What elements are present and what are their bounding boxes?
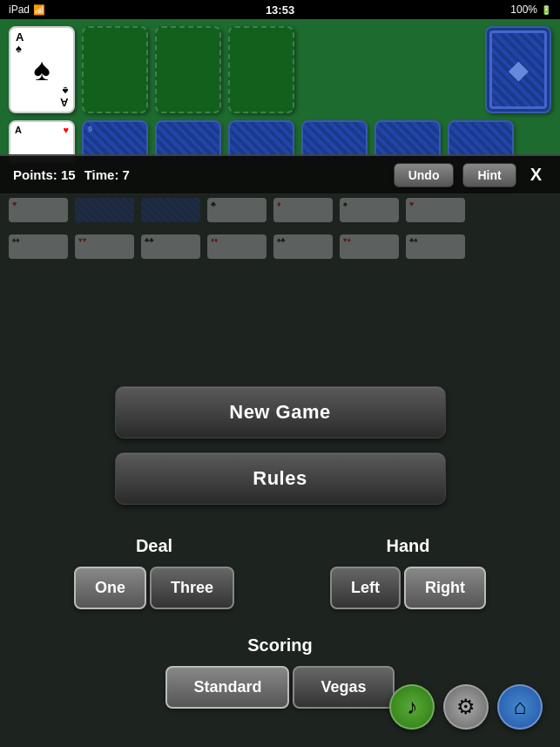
card-corner-tl: A ♠ bbox=[16, 31, 24, 54]
deck-card[interactable]: ◆ bbox=[485, 26, 551, 113]
rules-button[interactable]: Rules bbox=[115, 452, 446, 505]
behind-card-4: ♣ bbox=[207, 198, 267, 222]
battery-label: 100% bbox=[510, 3, 537, 16]
mini-heart: ♥ bbox=[63, 125, 69, 135]
ace-of-spades-card[interactable]: A ♠ ♠ A ♠ bbox=[9, 26, 75, 113]
card-back-inner: ◆ bbox=[489, 31, 547, 109]
behind-card-7: ♥ bbox=[406, 198, 465, 222]
status-right: 100% 🔋 bbox=[510, 3, 551, 16]
settings-icon: ⚙ bbox=[456, 695, 476, 719]
diamond-icon: ◆ bbox=[509, 56, 528, 85]
top-cards-row: A ♠ ♠ A ♠ ◆ bbox=[0, 19, 560, 120]
battery-icon: 🔋 bbox=[541, 5, 551, 15]
hint-button[interactable]: Hint bbox=[462, 163, 516, 187]
points-label: Points: 15 bbox=[13, 167, 76, 182]
scoring-buttons: Standard Vegas bbox=[165, 666, 394, 709]
behind-card-3 bbox=[141, 198, 200, 222]
music-icon: ♪ bbox=[407, 695, 417, 719]
behind-card-1: ♥ bbox=[9, 198, 68, 222]
empty-slot-3[interactable] bbox=[228, 26, 294, 113]
bottom-icons: ♪ ⚙ ⌂ bbox=[389, 684, 543, 730]
behind-card-9: ♥♥ bbox=[75, 234, 134, 259]
deal-group: Deal One Three bbox=[74, 536, 234, 609]
behind-card-8: ♠♠ bbox=[9, 234, 68, 259]
deal-label: Deal bbox=[136, 536, 172, 556]
status-time: 13:53 bbox=[266, 3, 294, 17]
behind-card-11: ♦♦ bbox=[207, 234, 267, 259]
behind-card-13: ♥♦ bbox=[340, 234, 399, 259]
home-icon: ⌂ bbox=[514, 695, 527, 719]
behind-card-5: ♦ bbox=[273, 198, 333, 222]
empty-slot-1[interactable] bbox=[82, 26, 148, 113]
close-button[interactable]: X bbox=[525, 165, 547, 185]
status-left: iPad 📶 bbox=[9, 3, 45, 16]
settings-button[interactable]: ⚙ bbox=[443, 684, 489, 730]
behind-card-6: ♠ bbox=[340, 198, 399, 222]
hand-group: Hand Left Right bbox=[330, 536, 486, 609]
standard-button[interactable]: Standard bbox=[165, 666, 289, 709]
behind-card-2 bbox=[75, 198, 134, 222]
menu-content: New Game Rules Deal One Three Hand Le bbox=[0, 369, 560, 726]
hand-left-button[interactable]: Left bbox=[330, 567, 401, 609]
home-button[interactable]: ⌂ bbox=[497, 684, 543, 730]
hand-right-button[interactable]: Right bbox=[404, 567, 486, 609]
deal-three-button[interactable]: Three bbox=[150, 567, 234, 609]
hand-buttons: Left Right bbox=[330, 567, 486, 609]
game-bar: Points: 15 Time: 7 Undo Hint X bbox=[0, 156, 560, 194]
card-suit-center: ♠ bbox=[33, 51, 50, 88]
new-game-button[interactable]: New Game bbox=[115, 386, 446, 438]
music-button[interactable]: ♪ bbox=[389, 684, 435, 730]
device-label: iPad bbox=[9, 3, 30, 16]
deal-buttons: One Three bbox=[74, 567, 234, 609]
options-row: Deal One Three Hand Left Right bbox=[26, 536, 534, 609]
behind-card-14: ♣♠ bbox=[406, 234, 465, 259]
card-corner-br: A ♠ bbox=[60, 85, 68, 108]
undo-button[interactable]: Undo bbox=[394, 163, 455, 187]
hand-label: Hand bbox=[387, 536, 430, 556]
behind-card-12: ♠♣ bbox=[273, 234, 333, 259]
status-bar: iPad 📶 13:53 100% 🔋 bbox=[0, 0, 560, 19]
scoring-label: Scoring bbox=[247, 635, 312, 655]
wifi-icon: 📶 bbox=[33, 4, 45, 16]
mini-nine: 9 bbox=[88, 125, 92, 133]
empty-slot-2[interactable] bbox=[155, 26, 221, 113]
game-area: A ♠ ♠ A ♠ ◆ A ♥ 9 bbox=[0, 19, 560, 747]
time-label: Time: 7 bbox=[84, 167, 130, 182]
game-behind-content: ♥ ♣ ♦ ♠ ♥ ♠♠ ♥♥ ♣♣ ♦♦ ♠♣ ♥♦ ♣♠ bbox=[0, 194, 560, 369]
overlay-panel: Points: 15 Time: 7 Undo Hint X ♥ ♣ ♦ ♠ ♥… bbox=[0, 154, 560, 747]
deal-one-button[interactable]: One bbox=[74, 567, 146, 609]
scoring-section: Scoring Standard Vegas bbox=[165, 635, 394, 709]
vegas-button[interactable]: Vegas bbox=[293, 666, 394, 709]
mini-ace-label: A bbox=[15, 125, 22, 135]
behind-card-10: ♣♣ bbox=[141, 234, 200, 259]
